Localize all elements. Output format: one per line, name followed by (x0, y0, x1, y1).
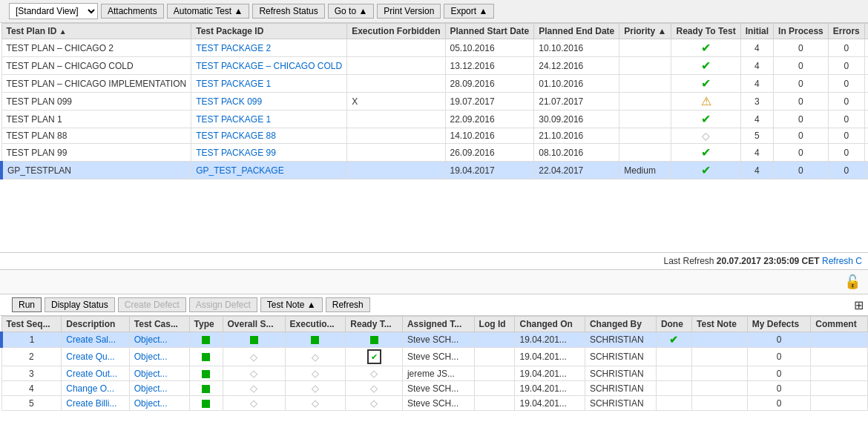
col-done[interactable]: Done (656, 317, 691, 332)
test-cases-row: Run Display Status Create Defect Assign … (0, 294, 868, 316)
go-to-button[interactable]: Go to ▲ (328, 4, 375, 19)
table-row: TEST PLAN 88 (1, 128, 191, 144)
table-row[interactable]: 2Create Qu...Object...◇◇✔Steve SCH...19.… (1, 348, 868, 366)
bottom-table-area: Test Seq... Description Test Cas... Type… (0, 316, 868, 435)
test-sequence-group (33, 277, 36, 287)
col-mydefects[interactable]: My Defects (747, 317, 811, 332)
refresh-button[interactable]: Refresh (326, 297, 370, 312)
table-row[interactable]: GP_TESTPLANGP_TEST_PACKAGE19.04.201722.0… (1, 162, 868, 179)
col-header-testplanid[interactable]: Test Plan ID ▲ (1, 24, 191, 39)
refresh-status-button[interactable]: Refresh Status (252, 4, 324, 19)
test-note-button[interactable]: Test Note ▲ (260, 297, 323, 312)
refresh-timestamp: 20.07.2017 23:05:09 CET (717, 256, 820, 266)
table-row[interactable]: TEST PLAN 099TEST PACK 099X19.07.201721.… (1, 93, 868, 110)
col-seq[interactable]: Test Seq... (1, 317, 62, 332)
refresh-label: Last Refresh (663, 256, 714, 266)
col-logid[interactable]: Log Id (474, 317, 515, 332)
test-package-link[interactable]: TEST PACKAGE 1 (196, 114, 271, 125)
table-row: TEST PLAN 99 (1, 144, 191, 162)
test-package-link[interactable]: TEST PACKAGE – CHICAGO COLD (196, 61, 342, 71)
refresh-bar: Last Refresh 20.07.2017 23:05:09 CET Ref… (0, 253, 868, 270)
test-package-link[interactable]: TEST PACKAGE 2 (196, 43, 271, 53)
col-testcase[interactable]: Test Cas... (129, 317, 189, 332)
table-row[interactable]: TEST PLAN 1TEST PACKAGE 122.09.201630.09… (1, 110, 868, 128)
col-overall[interactable]: Overall S... (223, 317, 285, 332)
details-of-group (7, 277, 10, 287)
col-testnote[interactable]: Test Note (692, 317, 748, 332)
col-header-execforbidden[interactable]: Execution Forbidden (347, 24, 445, 39)
table-row[interactable]: TEST PLAN – CHICAGO COLDTEST PACKAGE – C… (1, 57, 868, 75)
table-row[interactable]: TEST PLAN 88TEST PACKAGE 8814.10.201621.… (1, 128, 868, 144)
col-type[interactable]: Type (189, 317, 223, 332)
table-row[interactable]: TEST PLAN – CHICAGO 2TEST PACKAGE 205.10… (1, 39, 868, 57)
assign-defect-button[interactable]: Assign Defect (189, 297, 257, 312)
create-defect-button[interactable]: Create Defect (118, 297, 186, 312)
col-ready[interactable]: Ready T... (346, 317, 403, 332)
run-button[interactable]: Run (12, 297, 42, 312)
test-package-link[interactable]: TEST PACKAGE 99 (196, 148, 276, 158)
col-header-ok[interactable]: Ok (864, 24, 868, 39)
col-execution[interactable]: Executio... (285, 317, 346, 332)
automatic-test-button[interactable]: Automatic Test ▲ (167, 4, 250, 19)
test-package-link[interactable]: GP_TEST_PACKAGE (196, 165, 283, 176)
col-header-plannedend[interactable]: Planned End Date (534, 24, 619, 39)
table-row: TEST PLAN – CHICAGO IMPLEMENTATION (1, 75, 191, 93)
col-comment[interactable]: Comment (811, 317, 868, 332)
table-row[interactable]: TEST PLAN – CHICAGO IMPLEMENTATIONTEST P… (1, 75, 868, 93)
table-row[interactable]: TEST PLAN 99TEST PACKAGE 9926.09.201608.… (1, 144, 868, 162)
col-header-plannedstart[interactable]: Planned Start Date (445, 24, 534, 39)
main-table: Test Plan ID ▲ Test Package ID Execution… (0, 23, 868, 179)
execution-lock-group: 🔓 (840, 274, 861, 290)
table-row[interactable]: 5Create Billi...Object...◇◇◇Steve SCH...… (1, 396, 868, 411)
print-version-button[interactable]: Print Version (377, 4, 441, 19)
refresh-link[interactable]: Refresh C (822, 256, 862, 266)
display-status-button[interactable]: Display Status (45, 297, 115, 312)
table-row: TEST PLAN – CHICAGO 2 (1, 39, 191, 57)
col-changedon[interactable]: Changed On (515, 317, 585, 332)
lock-icon: 🔓 (844, 274, 861, 290)
test-package-link[interactable]: TEST PACK 099 (196, 96, 262, 107)
col-header-readytotest[interactable]: Ready To Test (671, 24, 740, 39)
main-table-area: Test Plan ID ▲ Test Package ID Execution… (0, 23, 868, 253)
view-select[interactable]: [Standard View] (9, 3, 98, 19)
table-row[interactable]: 4Change O...Object...◇◇◇Steve SCH...19.0… (1, 381, 868, 396)
col-assigned[interactable]: Assigned T... (402, 317, 474, 332)
table-row[interactable]: 1Create Sal...Object...Steve SCH...19.04… (1, 332, 868, 348)
bottom-table: Test Seq... Description Test Cas... Type… (0, 316, 868, 411)
table-row: TEST PLAN 099 (1, 93, 191, 110)
col-changedby[interactable]: Changed By (585, 317, 656, 332)
table-row[interactable]: 3Create Out...Object...◇◇◇jereme JS...19… (1, 366, 868, 381)
col-header-inprocess[interactable]: In Process (774, 24, 829, 39)
test-package-link[interactable]: TEST PACKAGE 1 (196, 79, 271, 89)
col-header-testpackageid[interactable]: Test Package ID (191, 24, 347, 39)
table-row: TEST PLAN 1 (1, 110, 191, 128)
table-row: GP_TESTPLAN (1, 162, 191, 179)
table-row: TEST PLAN – CHICAGO COLD (1, 57, 191, 75)
col-header-initial[interactable]: Initial (740, 24, 773, 39)
test-package-link[interactable]: TEST PACKAGE 88 (196, 131, 276, 141)
top-toolbar: [Standard View] Attachments Automatic Te… (0, 0, 868, 23)
attachments-button[interactable]: Attachments (101, 4, 164, 19)
grid-icon-container: ⊞ (854, 298, 864, 312)
test-cases-toolbar: Run Display Status Create Defect Assign … (12, 297, 370, 312)
export-button[interactable]: Export ▲ (444, 4, 494, 19)
details-panel: 🔓 (0, 270, 868, 294)
grid-icon[interactable]: ⊞ (854, 299, 864, 311)
col-desc[interactable]: Description (62, 317, 130, 332)
col-header-errors[interactable]: Errors (828, 24, 864, 39)
col-header-priority[interactable]: Priority ▲ (619, 24, 671, 39)
